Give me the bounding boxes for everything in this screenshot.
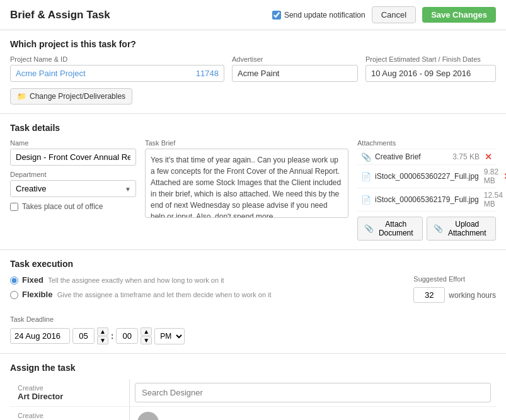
hour-down-button[interactable]: ▼ bbox=[97, 336, 108, 344]
dept-select[interactable]: Creative Design Marketing bbox=[10, 180, 136, 197]
attach-file-icon: 📄 bbox=[361, 195, 371, 205]
roles-panel: Creative Art Director Creative Copywrite… bbox=[10, 379, 130, 420]
attach-right: 9.82 MB ✕ bbox=[479, 167, 506, 185]
chevron-right-icon: › bbox=[485, 417, 488, 420]
deadline-date-input[interactable] bbox=[10, 328, 70, 344]
attach-doc-button[interactable]: 📎 Attach Document bbox=[357, 217, 423, 241]
assign-grid: Creative Art Director Creative Copywrite… bbox=[10, 379, 496, 420]
send-update-label[interactable]: Send update notification bbox=[272, 11, 365, 20]
role-item[interactable]: Creative Art Director bbox=[10, 379, 129, 407]
attachment-item: 📄 iStock_000065360227_Full.jpg 9.82 MB ✕ bbox=[357, 165, 496, 188]
assign-section: Assign the task Creative Art Director Cr… bbox=[0, 354, 506, 420]
role-dept: Creative bbox=[18, 412, 122, 419]
flexible-label: Flexible bbox=[22, 290, 52, 299]
designer-search-input[interactable] bbox=[135, 383, 491, 402]
min-up-button[interactable]: ▲ bbox=[141, 327, 152, 336]
project-name-box: Acme Paint Project 11748 bbox=[10, 65, 224, 82]
attachment-item: 📎 Creative Brief 3.75 KB ✕ bbox=[357, 149, 496, 165]
brief-col: Task Brief Yes it's that time of year ag… bbox=[145, 139, 348, 241]
fixed-desc: Tell the assignee exactly when and how l… bbox=[48, 276, 224, 284]
flexible-radio-content: Flexible Give the assignee a timeframe a… bbox=[22, 290, 272, 299]
effort-input[interactable] bbox=[413, 287, 445, 303]
attach-file-icon: 📄 bbox=[361, 172, 371, 181]
brief-label: Task Brief bbox=[145, 139, 348, 147]
execution-heading: Task execution bbox=[10, 259, 496, 269]
dates-label: Project Estimated Start / Finish Dates bbox=[365, 55, 496, 63]
advertiser-field: Advertiser Acme Paint bbox=[232, 55, 358, 82]
ampm-select[interactable]: AM PM bbox=[154, 328, 185, 344]
deadline-hour-input[interactable] bbox=[72, 328, 95, 344]
attach-size: 12.54 MB bbox=[484, 191, 503, 208]
attach-left: 📎 Creative Brief bbox=[361, 152, 421, 162]
task-name-input[interactable] bbox=[10, 149, 136, 166]
attachments-label: Attachments bbox=[357, 139, 496, 147]
execution-row: Fixed Tell the assignee exactly when and… bbox=[10, 275, 496, 344]
brief-text[interactable]: Yes it's that time of year again.. Can y… bbox=[145, 149, 348, 218]
designers-panel: AA Amy Adams › CD Charlie Dixon › HS Hun… bbox=[130, 379, 496, 420]
designer-avatar: AA bbox=[137, 412, 159, 420]
deadline-min-input[interactable] bbox=[116, 328, 138, 344]
effort-input-row: working hours bbox=[413, 287, 496, 303]
hour-up-button[interactable]: ▲ bbox=[97, 327, 108, 336]
radio-group: Fixed Tell the assignee exactly when and… bbox=[10, 275, 272, 299]
fixed-radio-content: Fixed Tell the assignee exactly when and… bbox=[22, 275, 224, 285]
out-of-office-checkbox[interactable] bbox=[10, 203, 18, 211]
attach-name: iStock_000065362179_Full.jpg bbox=[375, 195, 479, 204]
deadline-row: ▲ ▼ : ▲ ▼ AM PM bbox=[10, 327, 185, 344]
header-actions: Send update notification Cancel Save Cha… bbox=[272, 6, 496, 23]
project-name-value[interactable]: Acme Paint Project bbox=[16, 69, 86, 78]
task-left-col: Name Department Creative Design Marketin… bbox=[10, 139, 136, 241]
assign-heading: Assign the task bbox=[10, 363, 496, 373]
attachment-item: 📄 iStock_000065362179_Full.jpg 12.54 MB … bbox=[357, 188, 496, 212]
out-of-office-label: Takes place out of office bbox=[22, 202, 103, 211]
attach-name: Creative Brief bbox=[375, 152, 421, 161]
attach-delete-button[interactable]: ✕ bbox=[503, 171, 506, 181]
upload-attachment-button[interactable]: 📎 Upload Attachment bbox=[427, 217, 496, 241]
fixed-radio[interactable] bbox=[10, 276, 18, 285]
cancel-button[interactable]: Cancel bbox=[372, 6, 416, 23]
project-heading: Which project is this task for? bbox=[10, 39, 496, 49]
change-project-button[interactable]: 📁 Change Project/Deliverables bbox=[10, 88, 132, 105]
project-id: 11748 bbox=[196, 69, 219, 78]
upload-label: Upload Attachment bbox=[446, 220, 489, 237]
time-colon: : bbox=[111, 331, 113, 341]
role-item[interactable]: Creative Copywriter bbox=[10, 407, 129, 420]
flexible-radio-item: Flexible Give the assignee a timeframe a… bbox=[10, 290, 272, 299]
page-header: Brief & Assign Task Send update notifica… bbox=[0, 0, 506, 30]
project-name-label: Project Name & ID bbox=[10, 55, 224, 63]
dates-value: 10 Aug 2016 - 09 Sep 2016 bbox=[365, 65, 496, 82]
dept-select-wrap: Creative Design Marketing bbox=[10, 180, 136, 197]
advertiser-label: Advertiser bbox=[232, 55, 358, 63]
dates-field: Project Estimated Start / Finish Dates 1… bbox=[365, 55, 496, 82]
page-title: Brief & Assign Task bbox=[10, 9, 110, 21]
attach-delete-button[interactable]: ✕ bbox=[485, 152, 492, 162]
project-grid: Project Name & ID Acme Paint Project 117… bbox=[10, 55, 496, 82]
folder-icon: 📁 bbox=[17, 92, 26, 101]
flexible-radio[interactable] bbox=[10, 291, 18, 299]
effort-group: Suggested Effort working hours bbox=[413, 275, 496, 303]
designer-name: Amy Adams bbox=[166, 418, 478, 421]
fixed-radio-item: Fixed Tell the assignee exactly when and… bbox=[10, 275, 272, 285]
deadline-group: Task Deadline ▲ ▼ : ▲ ▼ AM PM bbox=[10, 315, 185, 344]
designer-item[interactable]: AA Amy Adams › bbox=[130, 407, 496, 420]
search-wrap bbox=[130, 379, 496, 407]
attach-file-icon: 📎 bbox=[361, 152, 371, 162]
out-of-office-row[interactable]: Takes place out of office bbox=[10, 202, 136, 211]
save-button[interactable]: Save Changes bbox=[422, 7, 496, 23]
attach-name: iStock_000065360227_Full.jpg bbox=[375, 172, 479, 181]
attach-size: 9.82 MB bbox=[484, 167, 498, 185]
execution-section: Task execution Fixed Tell the assignee e… bbox=[0, 250, 506, 354]
upload-icon: 📎 bbox=[434, 224, 443, 233]
fixed-label: Fixed bbox=[22, 275, 43, 285]
project-name-field: Project Name & ID Acme Paint Project 117… bbox=[10, 55, 224, 82]
task-name-label: Name bbox=[10, 139, 136, 147]
send-update-checkbox[interactable] bbox=[272, 11, 281, 20]
paperclip-icon: 📎 bbox=[364, 224, 374, 233]
attach-left: 📄 iStock_000065360227_Full.jpg bbox=[361, 172, 479, 181]
attach-doc-label: Attach Document bbox=[376, 220, 416, 237]
role-name: Art Director bbox=[18, 392, 122, 401]
min-down-button[interactable]: ▼ bbox=[141, 336, 152, 344]
attach-size: 3.75 KB bbox=[452, 152, 480, 161]
project-section: Which project is this task for? Project … bbox=[0, 30, 506, 114]
effort-label: Suggested Effort bbox=[413, 275, 496, 283]
